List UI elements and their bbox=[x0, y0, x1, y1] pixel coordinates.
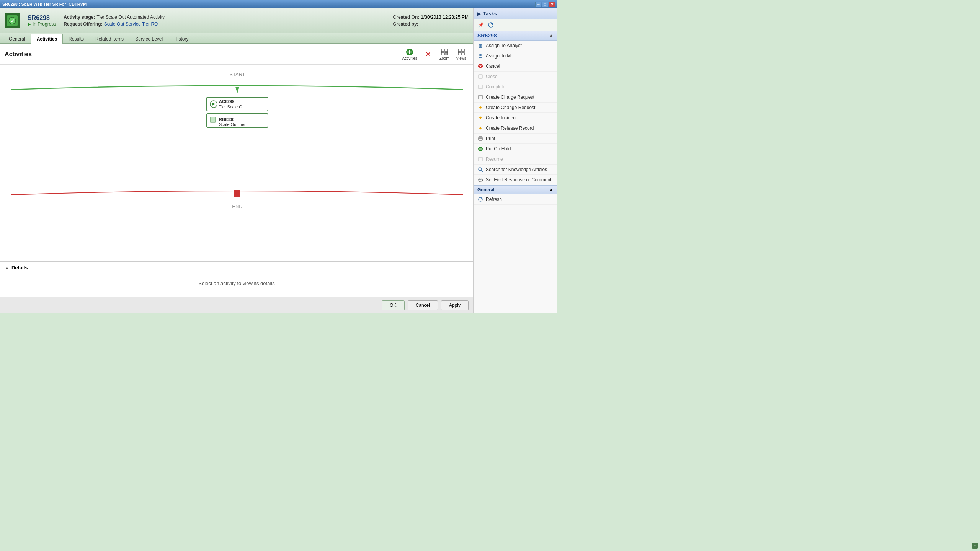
right-menu-list: Assign To Analyst Assign To Me Cancel Cl… bbox=[474, 41, 557, 185]
tab-activities[interactable]: Activities bbox=[31, 34, 63, 44]
svg-rect-7 bbox=[445, 52, 448, 55]
details-chevron-icon: ▲ bbox=[5, 265, 9, 271]
svg-line-45 bbox=[481, 170, 483, 172]
header-title-section: SR6298 ▶ In Progress bbox=[28, 15, 56, 27]
assign-me-label: Assign To Me bbox=[486, 53, 513, 59]
created-by-field: Created by: bbox=[393, 21, 469, 27]
tab-general[interactable]: General bbox=[3, 34, 31, 44]
delete-btn[interactable]: ✕ bbox=[422, 49, 435, 59]
menu-item-cancel[interactable]: Cancel bbox=[474, 61, 557, 72]
sr-collapse-icon[interactable]: ▲ bbox=[549, 33, 554, 38]
create-charge-label: Create Charge Request bbox=[486, 95, 534, 100]
general-section-collapse[interactable]: ▲ bbox=[549, 187, 554, 192]
menu-item-create-incident[interactable]: ✦ Create Incident bbox=[474, 113, 557, 123]
activity-stage-value: Tier Scale Out Automated Activity bbox=[96, 15, 165, 20]
svg-point-30 bbox=[479, 54, 482, 56]
minimize-btn[interactable]: ─ bbox=[535, 2, 541, 7]
set-first-response-label: Set First Response or Comment bbox=[486, 177, 551, 183]
complete-icon bbox=[477, 84, 483, 90]
tab-bar: General Activities Results Related Items… bbox=[0, 33, 473, 44]
complete-label: Complete bbox=[486, 84, 505, 90]
close-btn[interactable]: ✕ bbox=[549, 2, 555, 7]
svg-rect-11 bbox=[462, 52, 464, 55]
menu-item-assign-me[interactable]: Assign To Me bbox=[474, 51, 557, 61]
close-menu-icon bbox=[477, 73, 483, 80]
details-header[interactable]: ▲ Details bbox=[5, 265, 469, 271]
tab-related-items[interactable]: Related Items bbox=[90, 34, 129, 44]
sr-badge: SR6298 ▲ bbox=[474, 31, 557, 41]
svg-text:Tier Scale O...: Tier Scale O... bbox=[219, 104, 246, 109]
details-content: Select an activity to view its details bbox=[5, 273, 469, 294]
menu-item-resume: Resume bbox=[474, 154, 557, 165]
window-title: SR6298 : Scale Web Tier SR For -CBTRVM bbox=[2, 2, 87, 7]
svg-rect-22 bbox=[213, 119, 215, 119]
ok-button[interactable]: OK bbox=[382, 300, 404, 310]
put-on-hold-icon bbox=[477, 146, 483, 152]
menu-item-print[interactable]: Print bbox=[474, 134, 557, 144]
menu-item-search-knowledge[interactable]: Search for Knowledge Articles bbox=[474, 165, 557, 175]
assign-analyst-label: Assign To Analyst bbox=[486, 43, 522, 48]
svg-point-44 bbox=[479, 168, 482, 171]
svg-rect-8 bbox=[458, 49, 461, 52]
logo-icon bbox=[7, 15, 18, 26]
right-panel: ▶ Tasks 📌 SR6298 ▲ bbox=[473, 8, 557, 313]
tab-history[interactable]: History bbox=[168, 34, 194, 44]
search-knowledge-label: Search for Knowledge Articles bbox=[486, 167, 547, 172]
created-on-value: 1/30/2013 12:23:25 PM bbox=[421, 15, 469, 20]
views-icon bbox=[457, 48, 466, 56]
add-icon bbox=[405, 48, 414, 56]
menu-item-assign-analyst[interactable]: Assign To Analyst bbox=[474, 41, 557, 51]
created-on-label: Created On: bbox=[393, 15, 420, 20]
refresh-small-icon[interactable] bbox=[487, 21, 495, 29]
cancel-button[interactable]: Cancel bbox=[408, 300, 438, 310]
apply-button[interactable]: Apply bbox=[441, 300, 469, 310]
svg-rect-4 bbox=[441, 49, 444, 52]
activities-title: Activities bbox=[5, 51, 32, 58]
tab-service-level[interactable]: Service Level bbox=[129, 34, 168, 44]
request-offering-value[interactable]: Scale Out Service Tier RO bbox=[104, 21, 158, 27]
tasks-title: Tasks bbox=[483, 11, 497, 16]
svg-rect-21 bbox=[211, 119, 212, 119]
tab-results[interactable]: Results bbox=[63, 34, 90, 44]
details-section: ▲ Details Select an activity to view its… bbox=[0, 261, 473, 297]
create-charge-icon bbox=[477, 94, 483, 100]
create-change-icon: ✦ bbox=[477, 104, 483, 111]
add-activities-btn[interactable]: Activities bbox=[400, 47, 419, 61]
close-label: Close bbox=[486, 74, 498, 79]
menu-item-create-release[interactable]: ✦ Create Release Record bbox=[474, 123, 557, 134]
title-bar: SR6298 : Scale Web Tier SR For -CBTRVM ─… bbox=[0, 0, 557, 8]
add-activities-label: Activities bbox=[402, 56, 417, 60]
svg-text:RB6300:: RB6300: bbox=[219, 117, 236, 122]
window-controls[interactable]: ─ □ ✕ bbox=[535, 2, 555, 7]
svg-rect-43 bbox=[479, 157, 482, 161]
menu-item-set-first-response[interactable]: 💬 Set First Response or Comment bbox=[474, 175, 557, 185]
pin-icon[interactable]: 📌 bbox=[477, 21, 485, 29]
create-change-label: Create Change Request bbox=[486, 105, 535, 110]
icon-bar: 📌 bbox=[474, 19, 557, 31]
menu-item-put-on-hold[interactable]: Put On Hold bbox=[474, 144, 557, 154]
general-section-title: General bbox=[477, 187, 495, 192]
menu-item-close: Close bbox=[474, 72, 557, 82]
header: SR6298 ▶ In Progress Activity stage: Tie… bbox=[0, 8, 473, 33]
svg-text:AC6299:: AC6299: bbox=[219, 99, 236, 104]
request-offering-label: Request Offering: bbox=[64, 21, 102, 27]
zoom-btn[interactable]: Zoom bbox=[437, 47, 452, 61]
status-text: In Progress bbox=[33, 21, 56, 27]
print-label: Print bbox=[486, 136, 495, 141]
expand-icon[interactable]: ▶ bbox=[477, 11, 481, 16]
menu-item-create-charge[interactable]: Create Charge Request bbox=[474, 92, 557, 103]
details-empty-message: Select an activity to view its details bbox=[198, 280, 274, 286]
menu-item-refresh[interactable]: Refresh bbox=[474, 194, 557, 205]
maximize-btn[interactable]: □ bbox=[542, 2, 548, 7]
diagram-area[interactable]: START AC6299: Tier Scale O... RB6300: Sc bbox=[0, 65, 473, 261]
svg-rect-41 bbox=[480, 148, 480, 150]
sr-number: SR6298 bbox=[28, 15, 56, 21]
views-btn[interactable]: Views bbox=[454, 47, 469, 61]
sr-badge-number: SR6298 bbox=[477, 33, 497, 39]
svg-rect-42 bbox=[481, 148, 482, 150]
general-section-header[interactable]: General ▲ bbox=[474, 185, 557, 194]
cancel-label: Cancel bbox=[486, 64, 500, 69]
created-on-field: Created On: 1/30/2013 12:23:25 PM bbox=[393, 15, 469, 20]
create-release-label: Create Release Record bbox=[486, 126, 534, 131]
menu-item-create-change[interactable]: ✦ Create Change Request bbox=[474, 103, 557, 113]
